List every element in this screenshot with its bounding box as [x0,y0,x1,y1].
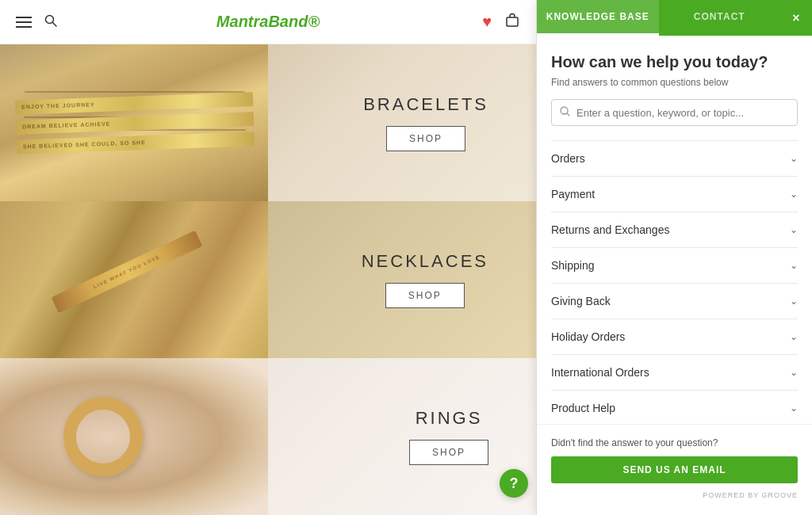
ring-visual [63,397,143,476]
necklaces-shop-button[interactable]: SHOP [385,283,465,308]
faq-label-orders: Orders [551,152,585,165]
necklaces-section: LIVE WHAT YOU LOVE NECKLACES SHOP [0,201,536,358]
chevron-down-icon: ⌄ [790,224,798,235]
necklaces-title: NECKLACES [362,251,488,272]
faq-label-shipping: Shipping [551,259,595,272]
chevron-down-icon: ⌄ [790,189,798,200]
store-header: MantraBand® ♥ [0,0,536,44]
search-box-icon [560,106,570,119]
faq-item-returns[interactable]: Returns and Exchanges ⌄ [551,212,798,248]
faq-label-holiday: Holiday Orders [551,330,625,343]
brand-logo[interactable]: MantraBand® [216,13,320,31]
chevron-down-icon: ⌄ [790,331,798,342]
necklaces-info: NECKLACES SHOP [362,251,488,308]
chevron-down-icon: ⌄ [790,367,798,378]
heart-icon[interactable]: ♥ [482,13,492,31]
faq-item-product-help[interactable]: Product Help ⌄ [551,391,798,424]
tab-contact[interactable]: CONTACT [659,0,781,36]
product-sections: ENJOY THE JOURNEY DREAM BELIEVE ACHIEVE … [0,44,536,515]
faq-item-shipping[interactable]: Shipping ⌄ [551,248,798,284]
help-panel: KNOWLEDGE BASE CONTACT × How can we help… [536,0,812,515]
bracelet-line-3: SHE BELIEVED SHE COULD, SO SHE [17,132,255,154]
panel-footer: Didn't find the answer to your question?… [537,424,812,515]
bracelet-visual: ENJOY THE JOURNEY DREAM BELIEVE ACHIEVE … [15,89,255,156]
faq-label-returns: Returns and Exchanges [551,223,669,236]
search-box [551,99,798,126]
faq-label-giving-back: Giving Back [551,295,611,307]
close-button[interactable]: × [780,0,812,36]
bracelets-shop-button[interactable]: SHOP [386,126,465,151]
faq-label-product-help: Product Help [551,402,615,414]
search-input[interactable] [576,107,789,119]
send-email-button[interactable]: SEND US AN EMAIL [551,456,798,483]
rings-info: RINGS SHOP [409,408,488,465]
faq-list: Orders ⌄ Payment ⌄ Returns and Exchanges… [551,140,798,424]
help-heading: How can we help you today? [551,52,798,72]
chevron-down-icon: ⌄ [790,153,798,164]
rings-section: RINGS SHOP [0,358,536,515]
chevron-down-icon: ⌄ [790,260,798,271]
panel-content: How can we help you today? Find answers … [537,36,812,424]
bracelet-line-2: DREAM BELIEVE ACHIEVE [16,112,254,134]
chevron-down-icon: ⌄ [790,296,798,307]
faq-item-international[interactable]: International Orders ⌄ [551,355,798,391]
svg-line-4 [567,113,569,116]
store-area: MantraBand® ♥ ENJOY THE JOURNEY DREAM BE… [0,0,536,515]
bracelets-section: ENJOY THE JOURNEY DREAM BELIEVE ACHIEVE … [0,44,536,201]
rings-shop-button[interactable]: SHOP [409,440,488,465]
svg-rect-2 [507,17,518,26]
bracelet-line-1: ENJOY THE JOURNEY [15,92,253,114]
footer-question: Didn't find the answer to your question? [551,437,798,448]
panel-tabs: KNOWLEDGE BASE CONTACT × [537,0,812,36]
header-left [16,14,57,30]
help-button[interactable]: ? [500,469,528,498]
rings-title: RINGS [409,408,488,429]
tab-knowledge-base[interactable]: KNOWLEDGE BASE [537,0,659,36]
hamburger-icon[interactable] [16,17,32,28]
powered-by: POWERED BY GROOVE [551,491,798,502]
necklace-visual: LIVE WHAT YOU LOVE [52,231,203,313]
bracelets-title: BRACELETS [363,94,488,115]
faq-item-orders[interactable]: Orders ⌄ [551,140,798,177]
faq-item-holiday[interactable]: Holiday Orders ⌄ [551,319,798,355]
bracelets-info: BRACELETS SHOP [363,94,488,151]
chevron-down-icon: ⌄ [790,402,798,414]
faq-item-giving-back[interactable]: Giving Back ⌄ [551,284,798,319]
faq-item-payment[interactable]: Payment ⌄ [551,177,798,212]
svg-line-1 [53,22,57,26]
bag-icon[interactable] [504,12,520,32]
help-subheading: Find answers to common questions below [551,77,798,88]
faq-label-international: International Orders [551,366,649,379]
faq-label-payment: Payment [551,188,595,200]
search-icon[interactable] [44,14,57,30]
header-right: ♥ [482,12,520,32]
